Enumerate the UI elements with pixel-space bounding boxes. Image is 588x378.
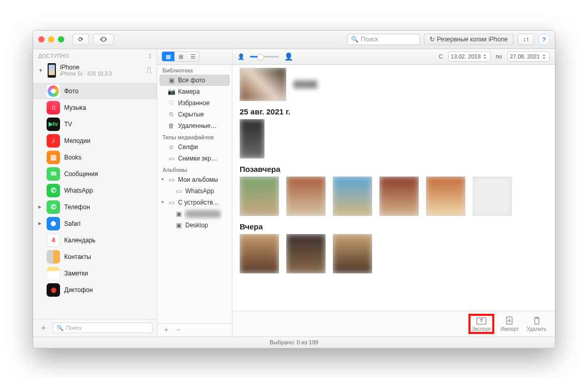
device-sidebar: ДОСТУПНО 1 ▼ iPhone iPhone 5c · iOS 10.3… — [33, 49, 157, 337]
grid-view-icon[interactable]: ▦ — [162, 52, 174, 61]
device-thumbnail-icon — [48, 63, 56, 78]
backups-button[interactable]: ↻ Резервные копии iPhone — [424, 34, 513, 45]
thumb-view-icon[interactable]: ⊞ — [174, 52, 187, 61]
photo-thumbnail[interactable] — [426, 177, 465, 216]
photo-thumbnail[interactable] — [333, 234, 372, 273]
minimize-window-button[interactable] — [48, 36, 54, 42]
library-item-camera[interactable]: 📷Камера — [157, 86, 232, 97]
phone-icon: ✆ — [47, 200, 60, 214]
chevron-right-icon[interactable]: ▶ — [38, 205, 41, 209]
media-types-header: Типы медиафайлов — [157, 132, 232, 141]
whatsapp-icon: ✆ — [47, 184, 60, 197]
date-stepper-icon[interactable]: ▲▼ — [482, 53, 488, 60]
chevron-right-icon[interactable]: ▶ — [38, 221, 41, 226]
person-small-icon: 👤 — [238, 53, 245, 60]
photo-thumbnail[interactable] — [240, 119, 264, 158]
photo-thumbnail[interactable] — [379, 177, 419, 216]
photo-thumbnail[interactable] — [473, 177, 512, 216]
library-item-desktop[interactable]: ▣Desktop — [157, 220, 232, 231]
thumbnail-size-slider[interactable] — [250, 56, 279, 57]
list-view-icon[interactable]: ☰ — [187, 52, 199, 61]
export-icon — [476, 316, 487, 325]
status-bar: Выбрано: 0 из 199 — [33, 337, 555, 348]
date-to-input[interactable]: 27.08. 2021 ▲▼ — [507, 51, 550, 62]
selection-status: Выбрано: 0 из 199 — [270, 339, 318, 345]
search-icon: 🔍 — [351, 36, 359, 43]
sidebar-search-input[interactable]: 🔍 Поиск — [53, 323, 153, 333]
sidebar-item-ringtones[interactable]: ♪ Мелодии — [33, 133, 157, 149]
sidebar-item-photos[interactable]: Фото — [33, 83, 157, 99]
refresh-button[interactable]: ⟳ — [72, 34, 89, 45]
trash-icon — [531, 316, 542, 325]
library-item-hidden[interactable]: ⦰Скрытые — [157, 109, 232, 120]
sidebar-item-phone[interactable]: ▶ ✆ Телефон — [33, 199, 157, 215]
sidebar-item-notes[interactable]: Заметки — [33, 265, 157, 282]
app-window: ⟳ 🔍 Поиск ↻ Резервные копии iPhone ↓↑ ? … — [33, 30, 555, 348]
import-button[interactable]: Импорт — [498, 315, 521, 333]
sidebar-item-tv[interactable]: ▶tv TV — [33, 116, 157, 133]
view-mode-segment[interactable]: ▦ ⊞ ☰ — [161, 51, 200, 62]
sidebar-item-books[interactable]: ▥ Books — [33, 149, 157, 166]
library-item-from-device[interactable]: ▼▭С устройств… — [157, 197, 232, 208]
chevron-down-icon[interactable]: ▼ — [160, 200, 165, 205]
date-to-label: по — [496, 53, 502, 60]
album-icon: ▣ — [175, 210, 182, 217]
export-button[interactable]: Экспорт — [468, 314, 494, 334]
library-sidebar: ▦ ⊞ ☰ Библиотека ▣Все фото 📷Камера ♡Избр… — [157, 49, 232, 337]
photo-thumbnail[interactable] — [286, 234, 326, 273]
device-subtitle: iPhone 5c · iOS 10.3.3 — [60, 71, 142, 77]
zoom-window-button[interactable] — [58, 36, 64, 42]
chevron-down-icon[interactable]: ▼ — [160, 177, 165, 182]
photo-thumbnail[interactable] — [286, 177, 326, 216]
delete-button[interactable]: Удалить — [525, 315, 549, 333]
album-icon: ▣ — [175, 222, 182, 229]
app-list: Фото ♫ Музыка ▶tv TV ♪ Мелодии ▥ Books — [33, 82, 157, 319]
library-item-favorites[interactable]: ♡Избранное — [157, 97, 232, 109]
contacts-icon — [47, 250, 60, 264]
sidebar-item-voicememos[interactable]: ◉ Диктофон — [33, 282, 157, 298]
sidebar-item-whatsapp[interactable]: ✆ WhatsApp — [33, 182, 157, 199]
sidebar-item-messages[interactable]: ✉ Сообщения — [33, 166, 157, 182]
search-icon: 🔍 — [56, 325, 64, 331]
books-icon: ▥ — [47, 151, 60, 164]
disclosure-triangle-icon[interactable]: ▼ — [38, 68, 43, 73]
library-item-my-albums[interactable]: ▼▭Мои альбомы — [157, 174, 232, 185]
photo-thumbnail[interactable] — [333, 177, 372, 216]
sidebar-item-contacts[interactable]: Контакты — [33, 249, 157, 265]
quicklook-button[interactable] — [93, 34, 114, 45]
library-item-whatsapp-album[interactable]: ▭WhatsApp — [157, 185, 232, 197]
global-search-input[interactable]: 🔍 Поиск — [347, 34, 420, 45]
sidebar-item-calendar[interactable]: 4 Календарь — [33, 232, 157, 249]
voicememos-icon: ◉ — [47, 283, 60, 297]
photo-thumbnail[interactable] — [240, 177, 279, 216]
person-large-icon: 👤 — [284, 52, 293, 61]
help-button[interactable]: ? — [538, 34, 550, 45]
heart-icon: ♡ — [168, 99, 175, 107]
add-album-button[interactable]: ＋ — [163, 325, 170, 335]
date-stepper-icon[interactable]: ▲▼ — [541, 53, 547, 60]
close-window-button[interactable] — [38, 36, 45, 42]
library-item-all[interactable]: ▣Все фото — [159, 75, 230, 86]
library-item-selfies[interactable]: ☺Селфи — [157, 141, 232, 153]
add-button[interactable]: ＋ — [37, 323, 50, 333]
albums-header: Альбомы — [157, 164, 232, 174]
ringtone-icon: ♪ — [47, 134, 60, 148]
library-item-blurred[interactable]: ▣████████ — [157, 208, 232, 220]
usb-icon: ⎍ — [146, 66, 152, 75]
device-row[interactable]: ▼ iPhone iPhone 5c · iOS 10.3.3 ⎍ — [33, 61, 157, 82]
sidebar-item-music[interactable]: ♫ Музыка — [33, 99, 157, 116]
photo-thumbnail[interactable] — [240, 234, 279, 273]
library-item-screenshots[interactable]: ▭Снимки экр… — [157, 153, 232, 164]
transfer-button[interactable]: ↓↑ — [518, 34, 534, 45]
date-group-header: 25 авг. 2021 г. — [240, 107, 548, 116]
screenshot-icon: ▭ — [168, 155, 175, 162]
album-icon: ▭ — [175, 187, 182, 195]
remove-album-button[interactable]: － — [175, 325, 182, 335]
photo-thumbnail[interactable] — [240, 68, 286, 101]
library-item-deleted[interactable]: 🗑Удаленные… — [157, 120, 232, 132]
import-icon — [504, 316, 515, 325]
date-from-input[interactable]: 13.02. 2018 ▲▼ — [448, 51, 491, 62]
photo-gallery[interactable]: █████ 25 авг. 2021 г. Позавчера — [232, 65, 555, 311]
calendar-icon: 4 — [47, 234, 60, 247]
sidebar-item-safari[interactable]: ▶ Safari — [33, 215, 157, 232]
